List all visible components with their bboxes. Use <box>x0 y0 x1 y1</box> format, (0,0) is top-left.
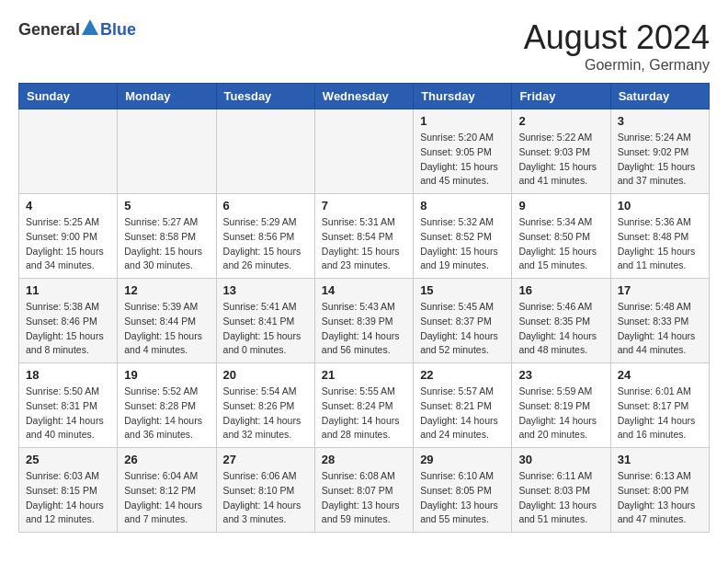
calendar-cell: 18Sunrise: 5:50 AM Sunset: 8:31 PM Dayli… <box>19 363 118 448</box>
calendar-cell: 25Sunrise: 6:03 AM Sunset: 8:15 PM Dayli… <box>19 448 118 533</box>
day-number: 17 <box>618 283 702 297</box>
cell-content: Sunrise: 6:11 AM Sunset: 8:03 PM Dayligh… <box>518 469 603 527</box>
day-number: 26 <box>124 453 209 466</box>
day-header-monday: Monday <box>118 84 216 109</box>
day-number: 16 <box>518 283 603 297</box>
cell-content: Sunrise: 5:55 AM Sunset: 8:24 PM Dayligh… <box>322 385 406 442</box>
calendar-cell <box>118 109 216 194</box>
logo-general-text: General <box>18 20 80 40</box>
cell-content: Sunrise: 5:52 AM Sunset: 8:28 PM Dayligh… <box>124 385 209 442</box>
day-number: 6 <box>223 199 308 213</box>
cell-content: Sunrise: 5:39 AM Sunset: 8:44 PM Dayligh… <box>124 300 209 358</box>
cell-content: Sunrise: 5:48 AM Sunset: 8:33 PM Dayligh… <box>618 300 702 358</box>
day-number: 30 <box>518 453 603 466</box>
calendar-cell: 1Sunrise: 5:20 AM Sunset: 9:05 PM Daylig… <box>414 109 512 194</box>
calendar-cell: 24Sunrise: 6:01 AM Sunset: 8:17 PM Dayli… <box>610 363 709 448</box>
cell-content: Sunrise: 6:01 AM Sunset: 8:17 PM Dayligh… <box>618 385 702 442</box>
location: Goermin, Germany <box>524 57 710 74</box>
cell-content: Sunrise: 5:29 AM Sunset: 8:56 PM Dayligh… <box>223 215 308 273</box>
calendar-cell <box>314 109 413 194</box>
day-number: 7 <box>322 199 406 213</box>
calendar-cell: 19Sunrise: 5:52 AM Sunset: 8:28 PM Dayli… <box>118 363 216 448</box>
day-number: 8 <box>420 199 505 213</box>
month-year: August 2024 <box>524 18 710 57</box>
day-number: 20 <box>223 368 308 382</box>
day-number: 21 <box>322 368 406 382</box>
calendar-cell: 15Sunrise: 5:45 AM Sunset: 8:37 PM Dayli… <box>414 279 512 363</box>
cell-content: Sunrise: 5:41 AM Sunset: 8:41 PM Dayligh… <box>223 300 308 358</box>
day-header-tuesday: Tuesday <box>216 84 314 109</box>
day-number: 10 <box>618 199 702 213</box>
cell-content: Sunrise: 6:06 AM Sunset: 8:10 PM Dayligh… <box>223 469 308 527</box>
cell-content: Sunrise: 5:22 AM Sunset: 9:03 PM Dayligh… <box>518 131 603 189</box>
cell-content: Sunrise: 5:43 AM Sunset: 8:39 PM Dayligh… <box>322 300 406 358</box>
cell-content: Sunrise: 5:34 AM Sunset: 8:50 PM Dayligh… <box>518 215 603 273</box>
day-header-saturday: Saturday <box>610 84 709 109</box>
day-header-wednesday: Wednesday <box>314 84 413 109</box>
calendar-cell: 20Sunrise: 5:54 AM Sunset: 8:26 PM Dayli… <box>216 363 314 448</box>
cell-content: Sunrise: 5:24 AM Sunset: 9:02 PM Dayligh… <box>618 131 702 189</box>
cell-content: Sunrise: 6:03 AM Sunset: 8:15 PM Dayligh… <box>26 469 110 527</box>
calendar-cell: 5Sunrise: 5:27 AM Sunset: 8:58 PM Daylig… <box>118 194 216 279</box>
cell-content: Sunrise: 5:20 AM Sunset: 9:05 PM Dayligh… <box>420 131 505 189</box>
calendar-cell: 12Sunrise: 5:39 AM Sunset: 8:44 PM Dayli… <box>118 279 216 363</box>
calendar-cell: 27Sunrise: 6:06 AM Sunset: 8:10 PM Dayli… <box>216 448 314 533</box>
day-number: 28 <box>322 453 406 466</box>
day-header-friday: Friday <box>512 84 610 109</box>
calendar-cell: 6Sunrise: 5:29 AM Sunset: 8:56 PM Daylig… <box>216 194 314 279</box>
day-number: 22 <box>420 368 505 382</box>
calendar-cell: 31Sunrise: 6:13 AM Sunset: 8:00 PM Dayli… <box>610 448 709 533</box>
week-row-4: 18Sunrise: 5:50 AM Sunset: 8:31 PM Dayli… <box>19 363 710 448</box>
cell-content: Sunrise: 5:57 AM Sunset: 8:21 PM Dayligh… <box>420 385 505 442</box>
day-header-thursday: Thursday <box>414 84 512 109</box>
cell-content: Sunrise: 5:31 AM Sunset: 8:54 PM Dayligh… <box>322 215 406 273</box>
day-number: 14 <box>322 283 406 297</box>
calendar-cell: 26Sunrise: 6:04 AM Sunset: 8:12 PM Dayli… <box>118 448 216 533</box>
cell-content: Sunrise: 5:25 AM Sunset: 9:00 PM Dayligh… <box>26 215 110 273</box>
cell-content: Sunrise: 5:50 AM Sunset: 8:31 PM Dayligh… <box>26 385 110 442</box>
cell-content: Sunrise: 6:04 AM Sunset: 8:12 PM Dayligh… <box>124 469 209 527</box>
calendar-cell: 17Sunrise: 5:48 AM Sunset: 8:33 PM Dayli… <box>610 279 709 363</box>
day-number: 27 <box>223 453 308 466</box>
day-number: 25 <box>26 453 110 466</box>
calendar-cell: 30Sunrise: 6:11 AM Sunset: 8:03 PM Dayli… <box>512 448 610 533</box>
calendar-cell: 9Sunrise: 5:34 AM Sunset: 8:50 PM Daylig… <box>512 194 610 279</box>
week-row-3: 11Sunrise: 5:38 AM Sunset: 8:46 PM Dayli… <box>19 279 710 363</box>
week-row-5: 25Sunrise: 6:03 AM Sunset: 8:15 PM Dayli… <box>19 448 710 533</box>
cell-content: Sunrise: 6:10 AM Sunset: 8:05 PM Dayligh… <box>420 469 505 527</box>
cell-content: Sunrise: 5:46 AM Sunset: 8:35 PM Dayligh… <box>518 300 603 358</box>
week-row-2: 4Sunrise: 5:25 AM Sunset: 9:00 PM Daylig… <box>19 194 710 279</box>
calendar-cell: 23Sunrise: 5:59 AM Sunset: 8:19 PM Dayli… <box>512 363 610 448</box>
title-area: August 2024 Goermin, Germany <box>524 18 710 74</box>
day-number: 13 <box>223 283 308 297</box>
day-number: 4 <box>26 199 110 213</box>
cell-content: Sunrise: 5:54 AM Sunset: 8:26 PM Dayligh… <box>223 385 308 442</box>
day-number: 5 <box>124 199 209 213</box>
page-header: General Blue August 2024 Goermin, German… <box>18 18 710 74</box>
cell-content: Sunrise: 5:27 AM Sunset: 8:58 PM Dayligh… <box>124 215 209 273</box>
header-row: SundayMondayTuesdayWednesdayThursdayFrid… <box>19 84 710 109</box>
logo: General Blue <box>18 18 136 40</box>
cell-content: Sunrise: 5:45 AM Sunset: 8:37 PM Dayligh… <box>420 300 505 358</box>
calendar-cell: 21Sunrise: 5:55 AM Sunset: 8:24 PM Dayli… <box>314 363 413 448</box>
cell-content: Sunrise: 6:13 AM Sunset: 8:00 PM Dayligh… <box>618 469 702 527</box>
calendar-cell: 10Sunrise: 5:36 AM Sunset: 8:48 PM Dayli… <box>610 194 709 279</box>
day-header-sunday: Sunday <box>19 84 118 109</box>
calendar-cell: 2Sunrise: 5:22 AM Sunset: 9:03 PM Daylig… <box>512 109 610 194</box>
day-number: 24 <box>618 368 702 382</box>
calendar-cell <box>19 109 118 194</box>
calendar-cell <box>216 109 314 194</box>
day-number: 18 <box>26 368 110 382</box>
calendar-cell: 11Sunrise: 5:38 AM Sunset: 8:46 PM Dayli… <box>19 279 118 363</box>
day-number: 3 <box>618 114 702 128</box>
logo-blue-text: Blue <box>100 20 136 40</box>
day-number: 19 <box>124 368 209 382</box>
calendar-cell: 29Sunrise: 6:10 AM Sunset: 8:05 PM Dayli… <box>414 448 512 533</box>
calendar-cell: 4Sunrise: 5:25 AM Sunset: 9:00 PM Daylig… <box>19 194 118 279</box>
calendar-cell: 14Sunrise: 5:43 AM Sunset: 8:39 PM Dayli… <box>314 279 413 363</box>
day-number: 23 <box>518 368 603 382</box>
svg-marker-0 <box>82 19 98 35</box>
logo-icon <box>81 18 99 37</box>
week-row-1: 1Sunrise: 5:20 AM Sunset: 9:05 PM Daylig… <box>19 109 710 194</box>
cell-content: Sunrise: 5:38 AM Sunset: 8:46 PM Dayligh… <box>26 300 110 358</box>
